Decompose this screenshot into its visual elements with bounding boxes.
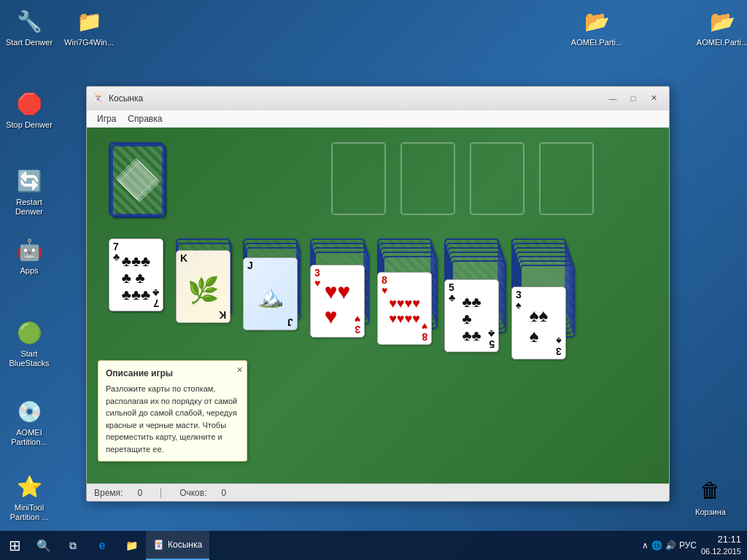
t3-rank-br: J: [287, 317, 293, 327]
tableau-7-card[interactable]: 3♠ ♠♠♠ 3♠: [511, 287, 566, 359]
start-bluestacks-icon: 🟢: [15, 318, 44, 347]
system-tray: ∧ 🌐 🔊 РУС: [642, 540, 697, 551]
tray-network[interactable]: 🌐: [651, 540, 662, 551]
desktop-icon-apps[interactable]: 🤖 Apps: [0, 232, 58, 279]
taskbar-time: 21:11: [701, 534, 741, 546]
desktop-icon-aomei-partition[interactable]: 💿 AOMEI Partition...: [0, 394, 58, 450]
stock-card-2: [110, 144, 165, 217]
window-app-icon: 🃏: [93, 93, 104, 104]
task-view-button[interactable]: ⧉: [60, 532, 86, 559]
game-area: 7♣ ♣♣♣♣ ♣♣♣♣ 7♣ K 🌿 K J 🏔️ J: [87, 128, 669, 483]
menu-help[interactable]: Справка: [122, 112, 168, 125]
recycle-bin-icon: 🗑: [696, 476, 725, 505]
desktop-icon-aomei1[interactable]: 📂 AOMEI.Parti...: [568, 4, 626, 50]
start-button[interactable]: ⊞: [0, 531, 29, 560]
tableau-1-card[interactable]: 7♣ ♣♣♣♣ ♣♣♣♣ 7♣: [109, 238, 163, 311]
t5-rank-br: 8♥: [422, 322, 427, 342]
description-close-button[interactable]: ✕: [236, 364, 243, 376]
restart-denwer-label: Restart Denwer: [3, 198, 55, 217]
minitool-icon: ⭐: [15, 472, 44, 501]
t1-rank-tl: 7♣: [113, 241, 120, 262]
win7g4win-label: Win7G4Win...: [64, 38, 114, 47]
score-label: Очков:: [179, 488, 206, 498]
tableau-5-card[interactable]: 8♥ ♥♥♥♥♥♥♥♥ 8♥: [377, 272, 432, 345]
card-back-decoration-2: [114, 148, 161, 212]
solitaire-taskbar-app[interactable]: 🃏 Косынка: [146, 531, 209, 560]
aomei-partition-icon: 💿: [15, 397, 44, 426]
t2-rank-tl: K: [180, 253, 187, 263]
tableau-3-card[interactable]: J 🏔️ J: [243, 257, 298, 330]
apps-icon: 🤖: [15, 235, 44, 264]
desktop-icon-start-bluestacks[interactable]: 🟢 Start BlueStacks: [0, 315, 58, 371]
t7-rank-br: 3♠: [556, 336, 562, 357]
window-menubar: Игра Справка: [87, 110, 669, 128]
taskbar: ⊞ 🔍 ⧉ e 📁 🃏 Косынка ∧ 🌐 🔊 РУС 21:11 06.1…: [0, 531, 747, 560]
search-button[interactable]: 🔍: [31, 532, 57, 559]
menu-game[interactable]: Игра: [91, 112, 122, 125]
t7-rank-tl: 3♠: [516, 289, 522, 310]
t3-rank-tl: J: [247, 260, 253, 271]
foundation-pile-3[interactable]: [470, 142, 525, 215]
solitaire-app-icon: 🃏: [153, 540, 164, 550]
desktop-icon-restart-denwer[interactable]: 🔄 Restart Denwer: [0, 163, 58, 219]
status-bar: Время: 0 Очков: 0: [87, 483, 669, 501]
edge-button[interactable]: e: [89, 532, 115, 559]
t5-suit-center: ♥♥♥♥♥♥♥♥: [389, 296, 420, 327]
desktop-icon-stop-denwer[interactable]: 🛑 Stop Denwer: [0, 86, 58, 133]
t4-rank-tl: 3♥: [314, 268, 320, 288]
time-label: Время:: [94, 488, 123, 498]
restart-denwer-icon: 🔄: [15, 166, 44, 195]
score-value: 0: [221, 488, 226, 498]
stop-denwer-icon: 🛑: [15, 89, 44, 118]
start-bluestacks-label: Start BlueStacks: [3, 349, 55, 368]
foundation-pile-4[interactable]: [539, 142, 594, 215]
time-value: 0: [137, 488, 142, 498]
solitaire-window: 🃏 Косынка — □ ✕ Игра Справка: [86, 86, 670, 502]
foundation-pile-1[interactable]: [331, 142, 386, 215]
description-text: Разложите карты по стопкам, располагая и…: [106, 383, 239, 455]
desktop-icon-minitool[interactable]: ⭐ MiniTool Partition ...: [0, 469, 58, 525]
minimize-button[interactable]: —: [603, 91, 622, 106]
t4-rank-br: 3♥: [355, 314, 360, 335]
t4-suit-center: ♥♥♥: [325, 279, 351, 329]
aomei2-icon: 📂: [708, 7, 737, 36]
description-title: Описание игры: [106, 367, 239, 380]
taskbar-clock[interactable]: 21:11 06.12.2015: [701, 534, 741, 556]
aomei-partition-label: AOMEI Partition...: [3, 428, 55, 447]
taskbar-date: 06.12.2015: [701, 546, 741, 556]
aomei1-label: AOMEI.Parti...: [571, 38, 622, 47]
desktop-icon-start-denwer[interactable]: 🔧 Start Denwer: [0, 4, 58, 50]
aomei2-label: AOMEI.Parti...: [697, 38, 747, 47]
tray-arrow[interactable]: ∧: [642, 540, 649, 551]
t2-center: 🌿: [187, 276, 220, 306]
tableau-6-card[interactable]: 5♣ ♣♣♣♣♣ 5♣: [444, 279, 499, 352]
foundation-pile-2[interactable]: [400, 142, 455, 215]
close-button[interactable]: ✕: [644, 91, 663, 106]
taskbar-right: ∧ 🌐 🔊 РУС 21:11 06.12.2015: [642, 534, 747, 556]
tray-lang[interactable]: РУС: [679, 540, 697, 551]
window-controls: — □ ✕: [603, 91, 663, 106]
stop-denwer-label: Stop Denwer: [6, 120, 53, 130]
window-titlebar: 🃏 Косынка — □ ✕: [87, 87, 669, 110]
status-divider: [160, 488, 161, 498]
explorer-button[interactable]: 📁: [118, 532, 144, 559]
t3-center: 🏔️: [257, 283, 284, 308]
card-back-diamond-2: [117, 160, 158, 201]
t2-rank-br: K: [219, 310, 226, 320]
win7g4win-icon: 📁: [74, 7, 104, 36]
t1-suit-center: ♣♣♣♣ ♣♣♣♣: [122, 253, 150, 303]
t6-suit-center: ♣♣♣♣♣: [462, 294, 481, 344]
t6-rank-tl: 5♣: [449, 282, 455, 303]
desktop-icon-aomei2[interactable]: 📂 AOMEI.Parti...: [693, 4, 747, 50]
description-box: ✕ Описание игры Разложите карты по стопк…: [98, 360, 247, 462]
t7-suit-center: ♠♠♠: [530, 306, 549, 346]
minitool-label: MiniTool Partition ...: [3, 503, 55, 522]
tableau-2-card[interactable]: K 🌿 K: [176, 250, 231, 323]
tray-volume[interactable]: 🔊: [665, 540, 676, 551]
desktop-icon-win7g4win[interactable]: 📁 Win7G4Win...: [60, 4, 118, 50]
tableau-4-card[interactable]: 3♥ ♥♥♥ 3♥: [310, 265, 365, 338]
recycle-bin-label: Корзина: [695, 508, 726, 517]
maximize-button[interactable]: □: [624, 91, 643, 106]
aomei1-icon: 📂: [582, 7, 611, 36]
desktop-icon-recycle-bin[interactable]: 🗑 Корзина: [681, 473, 740, 520]
